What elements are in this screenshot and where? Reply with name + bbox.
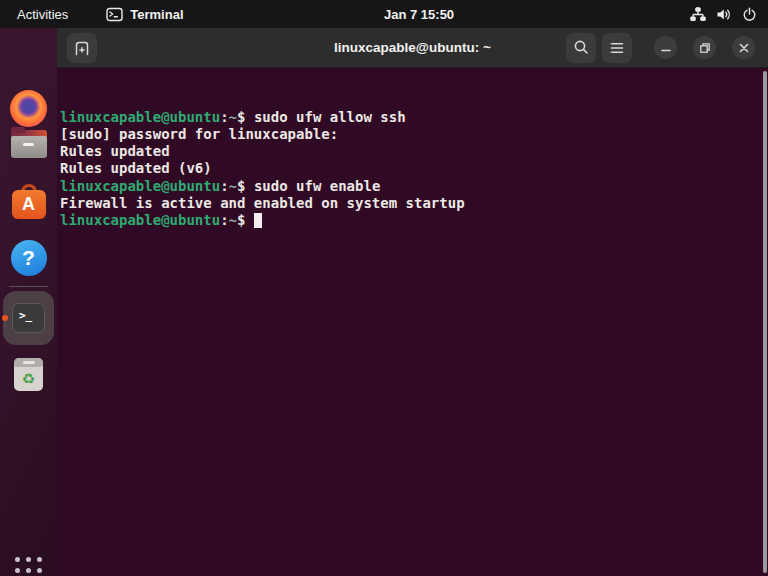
- dock-item-terminal-active[interactable]: >_: [3, 291, 54, 345]
- hamburger-menu-icon: [609, 41, 625, 55]
- dock-item-trash[interactable]: ♻: [0, 358, 57, 391]
- close-button[interactable]: [732, 36, 755, 59]
- clock-button[interactable]: Jan 7 15:50: [384, 0, 454, 28]
- terminal-line: linuxcapable@ubuntu:~$: [60, 212, 756, 229]
- terminal-content[interactable]: linuxcapable@ubuntu:~$ sudo ufw allow ss…: [57, 68, 768, 576]
- terminal-icon: >_: [12, 303, 45, 333]
- top-bar: Activities Terminal Jan 7 15:50: [0, 0, 768, 28]
- terminal-line: linuxcapable@ubuntu:~$ sudo ufw allow ss…: [60, 109, 756, 126]
- terminal-app-icon: [106, 7, 123, 22]
- restore-icon: [699, 42, 711, 54]
- help-icon: ?: [11, 240, 47, 276]
- terminal-line: [sudo] password for linuxcapable:: [60, 126, 756, 143]
- terminal-headerbar[interactable]: linuxcapable@ubuntu: ~: [57, 28, 768, 68]
- headerbar-controls: [566, 33, 755, 63]
- close-icon: [738, 42, 750, 54]
- minimize-icon: [660, 42, 672, 54]
- ubuntu-software-icon: A: [12, 183, 46, 219]
- new-tab-button[interactable]: [67, 33, 97, 63]
- terminal-line: Rules updated (v6): [60, 160, 756, 177]
- terminal-scrollbar[interactable]: [763, 71, 767, 573]
- volume-icon: [716, 7, 732, 22]
- search-icon: [573, 39, 590, 56]
- network-icon: [690, 7, 706, 22]
- window-title: linuxcapable@ubuntu: ~: [334, 40, 491, 55]
- terminal-line: linuxcapable@ubuntu:~$ sudo ufw enable: [60, 178, 756, 195]
- show-applications-button[interactable]: [0, 557, 57, 576]
- system-status-area[interactable]: [690, 0, 757, 28]
- power-icon: [742, 7, 757, 22]
- terminal-line: Rules updated: [60, 143, 756, 160]
- minimize-button[interactable]: [654, 36, 677, 59]
- dock-item-firefox[interactable]: [0, 90, 57, 127]
- dock-separator: [9, 286, 48, 287]
- maximize-button[interactable]: [693, 36, 716, 59]
- running-indicator-dot: [2, 315, 8, 321]
- terminal-window: linuxcapable@ubuntu: ~: [57, 28, 768, 576]
- focused-app-indicator[interactable]: Terminal: [106, 7, 183, 22]
- trash-icon: ♻: [14, 358, 43, 391]
- dock-item-ubuntu-software[interactable]: A: [0, 183, 57, 219]
- activities-button[interactable]: Activities: [17, 7, 68, 22]
- terminal-cursor: [254, 213, 263, 228]
- dock: A ? >_ ♻: [0, 28, 57, 576]
- dock-item-help[interactable]: ?: [0, 240, 57, 276]
- firefox-icon: [10, 90, 47, 127]
- focused-app-name: Terminal: [130, 7, 183, 22]
- terminal-line: Firewall is active and enabled on system…: [60, 195, 756, 212]
- dock-item-files[interactable]: [0, 127, 57, 158]
- new-tab-icon: [72, 38, 92, 57]
- search-button[interactable]: [566, 33, 596, 63]
- files-icon: [11, 127, 47, 158]
- terminal-output: linuxcapable@ubuntu:~$ sudo ufw allow ss…: [60, 109, 756, 230]
- menu-button[interactable]: [602, 33, 632, 63]
